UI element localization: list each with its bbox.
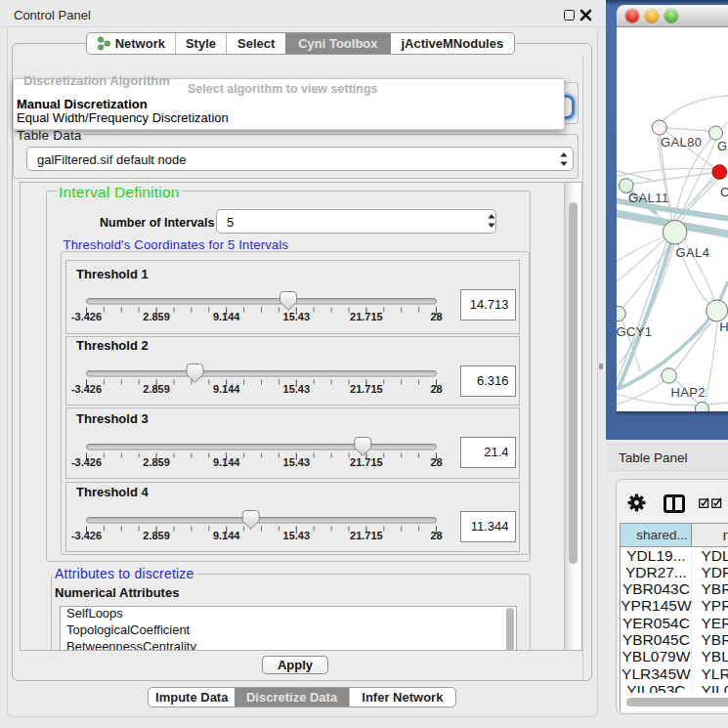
svg-text:H: H [719, 320, 728, 334]
svg-text:CY: CY [720, 185, 728, 199]
svg-text:21.715: 21.715 [350, 530, 383, 541]
svg-text:9.144: 9.144 [212, 530, 239, 541]
svg-text:15.43: 15.43 [282, 530, 310, 541]
svg-text:GAL80: GAL80 [661, 135, 702, 150]
svg-text:GAL4: GAL4 [676, 245, 710, 260]
svg-text:2.859: 2.859 [143, 456, 170, 468]
svg-text:2.859: 2.859 [143, 530, 170, 541]
svg-text:GAL11: GAL11 [628, 191, 669, 205]
svg-text:-3.426: -3.426 [70, 456, 101, 468]
svg-text:15.43: 15.43 [282, 383, 310, 395]
svg-text:9.144: 9.144 [212, 456, 239, 468]
svg-text:-3.426: -3.426 [70, 383, 101, 395]
svg-text:2.859: 2.859 [143, 311, 170, 322]
svg-text:2.859: 2.859 [143, 383, 170, 395]
svg-text:21.715: 21.715 [350, 456, 383, 468]
svg-text:HAP2: HAP2 [670, 385, 706, 400]
svg-text:9.144: 9.144 [212, 383, 239, 395]
svg-text:-3.426: -3.426 [70, 530, 101, 541]
svg-text:21.715: 21.715 [350, 311, 383, 322]
svg-text:28: 28 [430, 456, 442, 468]
svg-text:-3.426: -3.426 [70, 311, 101, 322]
svg-text:28: 28 [430, 383, 442, 395]
svg-text:GA: GA [717, 139, 728, 153]
svg-text:28: 28 [430, 311, 442, 322]
svg-text:21.715: 21.715 [350, 383, 383, 395]
svg-text:28: 28 [430, 530, 442, 541]
svg-text:GCY1: GCY1 [617, 324, 653, 339]
svg-text:9.144: 9.144 [212, 311, 239, 322]
svg-text:15.43: 15.43 [282, 456, 310, 468]
svg-text:15.43: 15.43 [282, 311, 310, 322]
